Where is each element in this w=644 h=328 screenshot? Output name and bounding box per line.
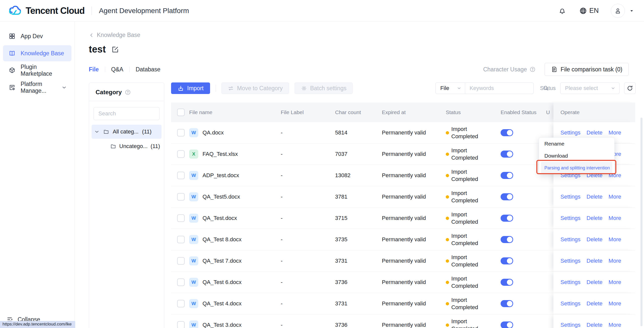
sidebar-item-app-dev[interactable]: App Dev: [3, 28, 71, 44]
tab-file[interactable]: File: [89, 66, 99, 73]
settings-link[interactable]: Settings: [560, 215, 581, 221]
file-comparison-task-label: File comparison task (0): [561, 66, 622, 73]
row-checkbox[interactable]: [177, 300, 185, 307]
settings-link[interactable]: Settings: [560, 279, 581, 286]
keywords-input[interactable]: [469, 85, 543, 92]
more-link[interactable]: More: [609, 129, 621, 136]
import-button[interactable]: Import: [171, 82, 210, 94]
delete-link[interactable]: Delete: [587, 258, 603, 264]
sidebar-item-platform-management[interactable]: Platform Manage...: [3, 79, 71, 96]
character-usage-label: Character Usage: [483, 66, 527, 73]
tree-item-all-categories[interactable]: All categ... (11): [92, 125, 162, 139]
more-link[interactable]: More: [609, 322, 621, 328]
settings-link[interactable]: Settings: [560, 236, 581, 243]
char-count: 5814: [335, 129, 382, 136]
file-label: -: [281, 236, 335, 243]
expired-at: Permanently valid: [382, 300, 446, 307]
delete-link[interactable]: Delete: [587, 194, 603, 200]
row-checkbox[interactable]: [177, 129, 185, 136]
row-checkbox[interactable]: [177, 172, 185, 179]
chevron-down-icon[interactable]: [94, 129, 100, 134]
status-text: Import Completed: [451, 296, 481, 311]
refresh-button[interactable]: [624, 82, 636, 94]
menu-item-rename[interactable]: Rename: [539, 138, 614, 150]
row-checkbox[interactable]: [177, 278, 185, 286]
character-usage[interactable]: Character Usage: [483, 66, 536, 73]
delete-link[interactable]: Delete: [587, 300, 603, 307]
enabled-toggle[interactable]: [501, 215, 513, 222]
settings-link[interactable]: Settings: [560, 129, 581, 136]
enabled-toggle[interactable]: [501, 257, 513, 264]
enabled-toggle[interactable]: [501, 321, 513, 328]
edit-icon[interactable]: [111, 46, 119, 53]
delete-link[interactable]: Delete: [587, 215, 603, 221]
settings-link[interactable]: Settings: [560, 300, 581, 307]
delete-link[interactable]: Delete: [587, 129, 603, 136]
delete-link[interactable]: Delete: [587, 236, 603, 243]
tree-item-uncategorized[interactable]: Uncatego... (11): [92, 139, 162, 153]
chevron-down-icon: [457, 86, 461, 90]
file-comparison-task-button[interactable]: File comparison task (0): [545, 63, 629, 76]
table-row: W QA_Test 7.docx - 3731 Permanently vali…: [171, 250, 635, 272]
row-checkbox[interactable]: [177, 193, 185, 201]
tab-database[interactable]: Database: [136, 66, 160, 73]
keywords-search[interactable]: [465, 82, 534, 94]
category-search-input[interactable]: [98, 110, 171, 117]
enabled-toggle[interactable]: [501, 300, 513, 307]
vertical-scrollbar[interactable]: [640, 118, 642, 326]
status-filter-select[interactable]: Please select: [560, 82, 620, 94]
sidebar-item-knowledge-base[interactable]: Knowledge Base: [3, 45, 71, 61]
batch-settings-button[interactable]: Batch settings: [295, 82, 353, 94]
page-title: test: [89, 44, 106, 55]
enabled-toggle[interactable]: [501, 151, 513, 158]
char-count: 13082: [335, 172, 382, 179]
file-type-icon: W: [189, 235, 198, 244]
file-label: -: [281, 129, 335, 136]
tab-qa[interactable]: Q&A: [111, 66, 124, 73]
row-checkbox[interactable]: [177, 214, 185, 222]
row-checkbox[interactable]: [177, 321, 185, 328]
enabled-toggle[interactable]: [501, 236, 513, 243]
tencent-cloud-logo[interactable]: Tencent Cloud: [9, 6, 85, 16]
caret-down-icon[interactable]: [629, 8, 634, 14]
bell-icon[interactable]: [558, 7, 566, 15]
category-search[interactable]: [94, 107, 159, 120]
status-text: Import Completed: [451, 318, 481, 328]
enabled-toggle[interactable]: [501, 279, 513, 286]
enabled-toggle[interactable]: [501, 129, 513, 136]
col-char-count: Char count: [335, 109, 382, 115]
more-link[interactable]: More: [609, 194, 621, 200]
expired-at: Permanently valid: [382, 279, 446, 286]
more-link[interactable]: More: [609, 300, 621, 307]
delete-link[interactable]: Delete: [587, 322, 603, 328]
main-content: Knowledge Base test File Q&A Database Ch…: [75, 22, 644, 328]
search-type-select[interactable]: File: [435, 82, 465, 94]
move-to-category-button[interactable]: Move to Category: [221, 82, 289, 94]
settings-link[interactable]: Settings: [560, 322, 581, 328]
status-dot: [446, 323, 449, 327]
select-all-checkbox[interactable]: [177, 109, 185, 116]
more-link[interactable]: More: [609, 215, 621, 221]
delete-link[interactable]: Delete: [587, 279, 603, 286]
row-checkbox[interactable]: [177, 257, 185, 265]
breadcrumb[interactable]: Knowledge Base: [89, 32, 644, 38]
settings-link[interactable]: Settings: [560, 258, 581, 264]
file-label: -: [281, 151, 335, 157]
enabled-toggle[interactable]: [501, 193, 513, 200]
file-label: -: [281, 194, 335, 200]
import-label: Import: [187, 85, 204, 92]
more-link[interactable]: More: [609, 236, 621, 243]
row-checkbox[interactable]: [177, 236, 185, 243]
user-avatar-icon[interactable]: [611, 4, 625, 18]
row-checkbox[interactable]: [177, 150, 185, 158]
settings-link[interactable]: Settings: [560, 194, 581, 200]
more-link[interactable]: More: [609, 258, 621, 264]
sidebar-item-plugin-marketplace[interactable]: Plugin Marketplace: [3, 62, 71, 78]
expired-at: Permanently valid: [382, 129, 446, 136]
breadcrumb-label: Knowledge Base: [97, 32, 140, 38]
more-link[interactable]: More: [609, 279, 621, 286]
table-row: W QA_Test5.docx - 3781 Permanently valid…: [171, 186, 635, 208]
question-icon[interactable]: [125, 89, 131, 95]
enabled-toggle[interactable]: [501, 172, 513, 179]
language-switcher[interactable]: EN: [579, 7, 599, 15]
